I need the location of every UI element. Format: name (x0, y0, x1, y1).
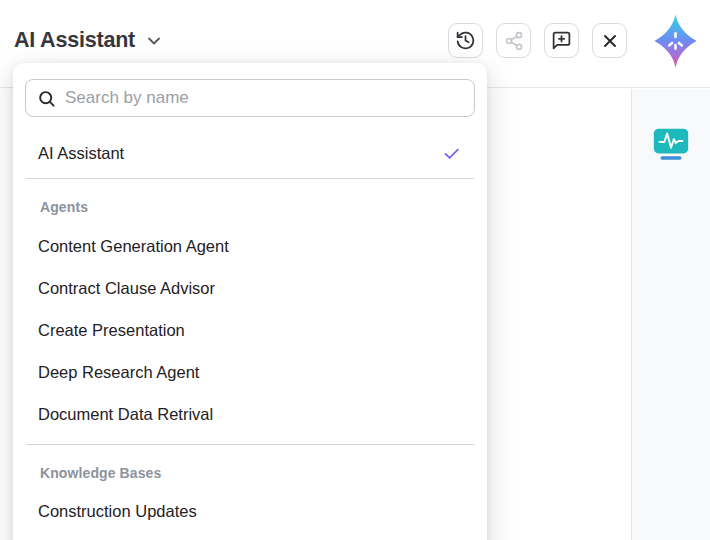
knowledge-bases-list: Construction Updates (13, 490, 487, 532)
history-icon (455, 30, 476, 51)
list-item[interactable]: Content Generation Agent (13, 225, 487, 267)
list-item[interactable]: Deep Research Agent (13, 351, 487, 393)
history-button[interactable] (448, 23, 483, 58)
selected-item-label: AI Assistant (38, 144, 124, 163)
search-input[interactable] (65, 88, 463, 108)
section-label-knowledge-bases: Knowledge Bases (13, 445, 487, 481)
close-button[interactable] (592, 23, 627, 58)
activity-monitor-icon[interactable] (650, 121, 692, 166)
list-item[interactable]: Contract Clause Advisor (13, 267, 487, 309)
search-icon (37, 89, 56, 108)
chevron-down-icon[interactable] (144, 31, 164, 51)
list-item[interactable]: Create Presentation (13, 309, 487, 351)
page-title: AI Assistant (14, 28, 135, 53)
list-item[interactable]: Construction Updates (13, 490, 487, 532)
assistant-logo (652, 14, 699, 68)
close-icon (600, 31, 620, 51)
agents-list: Content Generation Agent Contract Clause… (13, 225, 487, 435)
search-box[interactable] (25, 79, 475, 117)
share-button[interactable] (496, 23, 531, 58)
new-comment-icon (551, 30, 572, 51)
right-toolbar (631, 89, 710, 540)
section-label-agents: Agents (13, 179, 487, 215)
share-icon (504, 31, 524, 51)
dropdown-item-selected[interactable]: AI Assistant (13, 132, 487, 174)
new-comment-button[interactable] (544, 23, 579, 58)
assistant-picker-dropdown: AI Assistant Agents Content Generation A… (13, 63, 487, 540)
check-icon (442, 144, 461, 163)
list-item[interactable]: Document Data Retrival (13, 393, 487, 435)
